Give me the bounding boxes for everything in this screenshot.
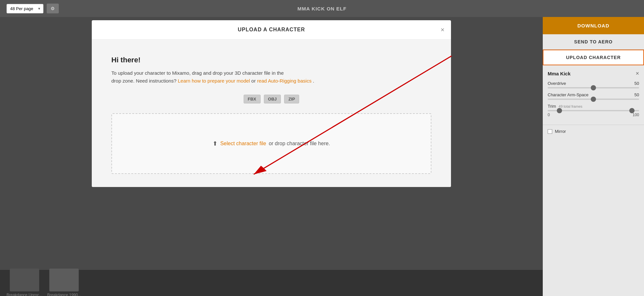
modal-description: To upload your character to Mixamo, drag…	[111, 69, 431, 85]
trim-max: 100	[633, 113, 639, 117]
format-badges: FBX OBJ ZIP	[111, 95, 431, 103]
trim-minmax: 0 100	[548, 113, 639, 117]
drop-text: or drop character file here.	[269, 141, 330, 147]
overdrive-slider-row: Overdrive 50	[548, 81, 639, 88]
read-link[interactable]: read Auto-Rigging basics	[257, 78, 312, 84]
learn-link[interactable]: Learn how to prepare your model	[178, 78, 250, 84]
trim-label: Trim	[548, 104, 556, 109]
trim-min: 0	[548, 113, 550, 117]
format-zip: ZIP	[284, 95, 299, 103]
trim-thumb-right[interactable]	[629, 108, 635, 113]
trim-sub-label: 49 total frames	[559, 104, 583, 108]
page-title: MMA KICK ON ELF	[298, 6, 346, 11]
top-bar: 48 Per page ⚙ MMA KICK ON ELF	[0, 0, 644, 17]
animation-close-button[interactable]: ×	[636, 70, 639, 77]
period-text: .	[313, 78, 314, 84]
right-panel: DOWNLOAD SEND TO AERO UPLOAD CHARACTER M…	[543, 17, 644, 296]
per-page-select[interactable]: 48 Per page	[7, 4, 43, 13]
modal-header: UPLOAD A CHARACTER ×	[92, 20, 451, 39]
arm-space-thumb[interactable]	[591, 97, 596, 102]
mirror-row: Mirror	[543, 125, 644, 138]
format-obj: OBJ	[264, 95, 281, 103]
gear-button[interactable]: ⚙	[47, 4, 59, 13]
animation-name: Mma Kick	[548, 71, 571, 76]
or-text: or	[251, 78, 257, 84]
upload-icon: ⬆	[213, 140, 217, 147]
mirror-checkbox[interactable]	[548, 129, 552, 134]
overdrive-value: 50	[635, 81, 639, 86]
description-text-1: To upload your character to Mixamo, drag…	[111, 70, 284, 76]
modal-greeting: Hi there!	[111, 56, 431, 64]
arm-space-label: Character Arm-Space	[548, 92, 588, 97]
modal-overlay: UPLOAD A CHARACTER × Hi there! To upload…	[0, 17, 543, 296]
download-button[interactable]: DOWNLOAD	[543, 17, 644, 34]
format-fbx: FBX	[244, 95, 261, 103]
drop-zone[interactable]: ⬆ Select character file or drop characte…	[111, 113, 431, 174]
trim-label-row: Trim 49 total frames	[548, 104, 639, 109]
overdrive-label: Overdrive	[548, 81, 566, 86]
modal-title: UPLOAD A CHARACTER	[238, 27, 305, 32]
upload-character-button[interactable]: UPLOAD CHARACTER	[543, 50, 644, 65]
mirror-label: Mirror	[555, 129, 566, 134]
trim-track[interactable]	[548, 110, 639, 111]
upload-modal: UPLOAD A CHARACTER × Hi there! To upload…	[92, 20, 451, 187]
send-to-aero-button[interactable]: SEND TO AERO	[543, 34, 644, 50]
trim-thumb-left[interactable]	[557, 108, 562, 113]
select-file-link[interactable]: Select character file	[220, 141, 266, 147]
trim-slider-row: Trim 49 total frames 0 100	[548, 104, 639, 117]
arm-space-track[interactable]	[548, 99, 639, 100]
arm-space-value: 50	[635, 92, 639, 97]
overdrive-thumb[interactable]	[591, 85, 596, 90]
description-text-2: drop zone. Need instructions?	[111, 78, 176, 84]
drop-zone-content: ⬆ Select character file or drop characte…	[125, 140, 418, 147]
animation-controls: Mma Kick × Overdrive 50 Character Arm-Sp…	[543, 65, 644, 125]
animation-title-row: Mma Kick ×	[548, 70, 639, 77]
arm-space-slider-row: Character Arm-Space 50	[548, 92, 639, 100]
modal-close-button[interactable]: ×	[441, 26, 444, 34]
overdrive-track[interactable]	[548, 87, 639, 88]
modal-body: Hi there! To upload your character to Mi…	[92, 39, 451, 187]
per-page-wrapper[interactable]: 48 Per page	[7, 4, 43, 13]
